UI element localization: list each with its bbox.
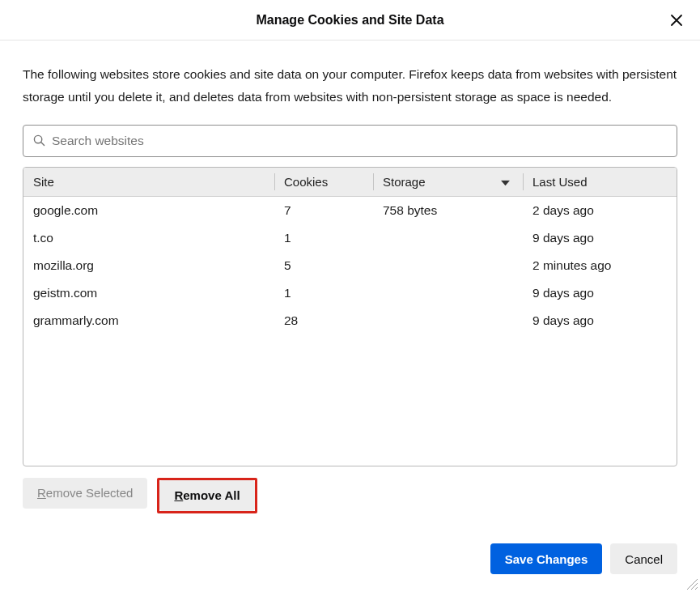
search-input[interactable] xyxy=(52,134,667,148)
cell-last-used: 9 days ago xyxy=(523,286,677,300)
cancel-button[interactable]: Cancel xyxy=(610,543,677,574)
table-row[interactable]: grammarly.com289 days ago xyxy=(23,307,677,334)
dialog-content: The following websites store cookies and… xyxy=(0,40,700,513)
cell-site: google.com xyxy=(23,203,274,218)
cell-cookies: 28 xyxy=(274,313,373,328)
column-label: Cookies xyxy=(284,175,328,189)
table-row[interactable]: geistm.com19 days ago xyxy=(23,279,677,307)
description-text: The following websites store cookies and… xyxy=(23,63,677,109)
button-label: Remove Selected xyxy=(37,486,133,500)
remove-all-button[interactable]: Remove All xyxy=(159,480,254,511)
column-header-site[interactable]: Site xyxy=(23,168,274,196)
sites-table: Site Cookies Storage Last Used google.co… xyxy=(23,167,677,466)
remove-selected-button[interactable]: Remove Selected xyxy=(23,478,147,509)
table-header: Site Cookies Storage Last Used xyxy=(23,168,677,197)
dialog-header: Manage Cookies and Site Data xyxy=(0,0,700,40)
cell-cookies: 7 xyxy=(274,203,373,218)
close-button[interactable] xyxy=(668,11,685,29)
highlight-annotation: Remove All xyxy=(157,478,257,513)
column-label: Last Used xyxy=(532,175,588,189)
cell-site: grammarly.com xyxy=(23,313,274,328)
remove-actions: Remove Selected Remove All xyxy=(23,478,677,513)
table-row[interactable]: google.com7758 bytes2 days ago xyxy=(23,197,677,224)
cell-site: t.co xyxy=(23,231,274,245)
column-header-storage[interactable]: Storage xyxy=(373,168,523,196)
cell-site: geistm.com xyxy=(23,286,274,300)
column-label: Storage xyxy=(383,175,426,189)
cell-last-used: 2 days ago xyxy=(523,203,677,218)
cell-last-used: 9 days ago xyxy=(523,231,677,245)
cell-cookies: 1 xyxy=(274,231,373,245)
table-body: google.com7758 bytes2 days agot.co19 day… xyxy=(23,197,677,466)
table-row[interactable]: t.co19 days ago xyxy=(23,224,677,252)
column-label: Site xyxy=(33,175,54,189)
resize-grip-icon[interactable] xyxy=(684,576,698,590)
svg-line-1 xyxy=(41,143,45,146)
cell-storage: 758 bytes xyxy=(373,203,523,218)
cell-last-used: 2 minutes ago xyxy=(523,258,677,273)
cell-site: mozilla.org xyxy=(23,258,274,273)
table-row[interactable]: mozilla.org52 minutes ago xyxy=(23,252,677,279)
svg-line-4 xyxy=(695,587,698,590)
close-icon xyxy=(670,14,683,27)
column-header-last-used[interactable]: Last Used xyxy=(523,168,677,196)
dialog-title: Manage Cookies and Site Data xyxy=(256,13,443,28)
cell-last-used: 9 days ago xyxy=(523,313,677,328)
search-container xyxy=(23,125,677,157)
button-label: Remove All xyxy=(174,488,240,502)
cell-cookies: 1 xyxy=(274,286,373,300)
sort-descending-icon xyxy=(501,175,510,189)
save-changes-button[interactable]: Save Changes xyxy=(490,543,603,574)
cell-cookies: 5 xyxy=(274,258,373,273)
column-header-cookies[interactable]: Cookies xyxy=(274,168,373,196)
dialog-footer: Save Changes Cancel xyxy=(490,543,677,574)
search-icon xyxy=(33,134,45,147)
